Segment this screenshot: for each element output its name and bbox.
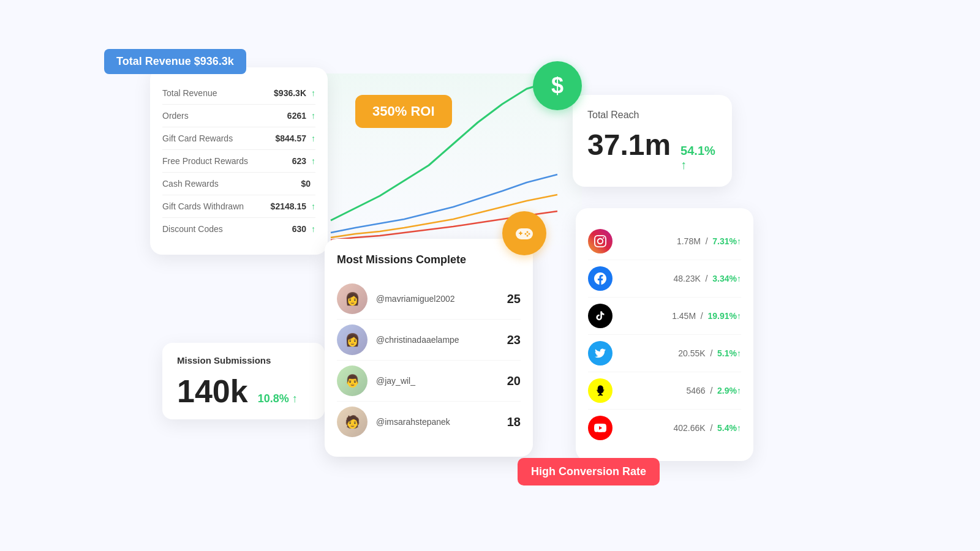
twitter-value: 20.55K / 5.1%↑: [678, 348, 741, 358]
stats-value-freeproduct: 623: [292, 156, 306, 166]
username-1: @mavriamiguel2002: [376, 294, 499, 304]
stats-label-withdrawn: Gift Cards Withdrawn: [162, 201, 271, 211]
username-2: @christinadaaelampe: [376, 335, 499, 345]
total-reach-card: Total Reach 37.1m 54.1% ↑: [573, 95, 732, 187]
revenue-badge: Total Revenue $936.3k: [104, 49, 246, 74]
stats-label-cash: Cash Rewards: [162, 179, 301, 189]
facebook-value: 48.23K / 3.34%↑: [673, 274, 741, 283]
conversion-badge: High Conversion Rate: [518, 458, 660, 485]
arrow-up-discount: ↑: [311, 224, 315, 234]
missions-card: Most Missions Complete 👩 @mavriamiguel20…: [325, 239, 533, 457]
dollar-badge: $: [533, 61, 582, 110]
stats-row-orders: Orders 6261 ↑: [162, 105, 315, 127]
count-1: 25: [507, 292, 521, 306]
missions-card-title: Most Missions Complete: [337, 253, 521, 266]
gamepad-icon: [513, 222, 535, 244]
snapchat-value: 5466 / 2.9%↑: [686, 386, 741, 395]
total-reach-percent: 54.1% ↑: [680, 144, 717, 172]
game-controller-badge: [502, 211, 546, 255]
count-3: 20: [507, 374, 521, 388]
youtube-icon: [588, 416, 612, 440]
svg-point-6: [529, 233, 530, 235]
social-row-youtube: 402.66K / 5.4%↑: [588, 410, 741, 446]
stats-label-orders: Orders: [162, 111, 287, 121]
svg-point-7: [525, 233, 527, 235]
mission-item-2: 👩 @christinadaaelampe 23: [337, 320, 521, 361]
stats-value-cash: $0: [301, 179, 311, 189]
svg-point-8: [527, 235, 529, 237]
avatar-1: 👩: [337, 283, 368, 314]
facebook-icon: [588, 266, 612, 291]
mission-submissions-value: 140k: [177, 375, 248, 407]
stats-row-freeproduct: Free Product Rewards 623 ↑: [162, 150, 315, 173]
stats-value-discount: 630: [292, 224, 306, 234]
twitter-stats: 20.55K / 5.1%↑: [621, 348, 741, 359]
stats-value-withdrawn: $2148.15: [271, 201, 306, 211]
social-row-tiktok: 1.45M / 19.91%↑: [588, 298, 741, 335]
svg-point-5: [527, 231, 529, 233]
mission-submissions-stats: 140k 10.8% ↑: [177, 375, 310, 407]
stats-label-discount: Discount Codes: [162, 224, 292, 234]
instagram-stats: 1.78M / 7.31%↑: [621, 236, 741, 247]
mission-submissions-card: Mission Submissions 140k 10.8% ↑: [162, 343, 325, 419]
tiktok-icon: [588, 304, 612, 328]
youtube-value: 402.66K / 5.4%↑: [673, 423, 741, 433]
total-reach-value: 37.1m: [587, 130, 671, 160]
instagram-icon: [588, 229, 612, 253]
stats-label-freeproduct: Free Product Rewards: [162, 156, 292, 166]
svg-rect-4: [520, 231, 521, 235]
snapchat-icon: [588, 378, 612, 403]
svg-rect-2: [516, 228, 533, 239]
tiktok-value: 1.45M / 19.91%↑: [672, 311, 741, 321]
arrow-up-revenue: ↑: [311, 88, 315, 98]
social-media-card: 1.78M / 7.31%↑ 48.23K / 3.34%↑ 1.45M: [576, 208, 753, 461]
social-row-instagram: 1.78M / 7.31%↑: [588, 223, 741, 260]
arrow-up-giftcard: ↑: [311, 133, 315, 143]
social-row-twitter: 20.55K / 5.1%↑: [588, 335, 741, 372]
arrow-up-withdrawn: ↑: [311, 201, 315, 211]
stats-row-discount: Discount Codes 630 ↑: [162, 218, 315, 240]
arrow-up-freeproduct: ↑: [311, 156, 315, 166]
total-reach-stats: 37.1m 54.1% ↑: [587, 130, 717, 172]
stats-value-revenue: $936.3K: [274, 88, 306, 98]
tiktok-stats: 1.45M / 19.91%↑: [621, 310, 741, 321]
youtube-stats: 402.66K / 5.4%↑: [621, 422, 741, 433]
stats-row-withdrawn: Gift Cards Withdrawn $2148.15 ↑: [162, 195, 315, 218]
mission-item-1: 👩 @mavriamiguel2002 25: [337, 279, 521, 320]
count-4: 18: [507, 415, 521, 429]
mission-submissions-title: Mission Submissions: [177, 355, 310, 365]
stats-row-giftcard: Gift Card Rewards $844.57 ↑: [162, 127, 315, 150]
mission-item-3: 👨 @jay_wil_ 20: [337, 361, 521, 402]
roi-badge: 350% ROI: [355, 95, 452, 128]
social-row-facebook: 48.23K / 3.34%↑: [588, 260, 741, 298]
avatar-4: 🧑: [337, 407, 368, 437]
stats-label-giftcard: Gift Card Rewards: [162, 133, 275, 143]
stats-value-orders: 6261: [287, 111, 306, 121]
facebook-stats: 48.23K / 3.34%↑: [621, 273, 741, 284]
social-row-snapchat: 5466 / 2.9%↑: [588, 372, 741, 410]
dashboard: Total Revenue $936.3k Total Revenue $936…: [0, 0, 980, 551]
mission-item-4: 🧑 @imsarahstepanek 18: [337, 402, 521, 442]
username-4: @imsarahstepanek: [376, 417, 499, 427]
username-3: @jay_wil_: [376, 376, 499, 386]
avatar-3: 👨: [337, 365, 368, 396]
stats-value-giftcard: $844.57: [275, 133, 306, 143]
twitter-icon: [588, 341, 612, 365]
stats-card: Total Revenue $936.3K ↑ Orders 6261 ↑ Gi…: [150, 67, 328, 255]
stats-label-revenue: Total Revenue: [162, 88, 274, 98]
mission-submissions-percent: 10.8% ↑: [258, 392, 298, 405]
avatar-2: 👩: [337, 324, 368, 355]
instagram-value: 1.78M / 7.31%↑: [677, 236, 741, 246]
stats-row-revenue: Total Revenue $936.3K ↑: [162, 82, 315, 105]
stats-row-cash: Cash Rewards $0: [162, 173, 315, 195]
count-2: 23: [507, 333, 521, 347]
arrow-up-orders: ↑: [311, 111, 315, 121]
snapchat-stats: 5466 / 2.9%↑: [621, 385, 741, 396]
total-reach-title: Total Reach: [587, 110, 717, 121]
